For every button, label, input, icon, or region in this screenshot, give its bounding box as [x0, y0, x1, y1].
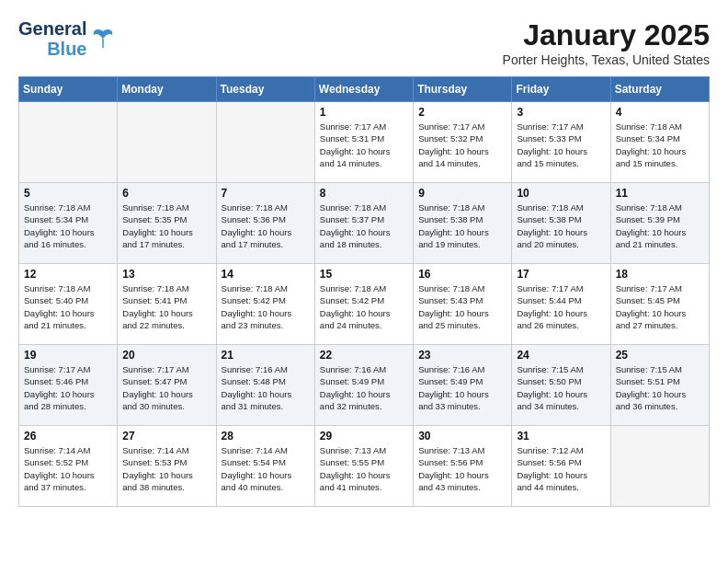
calendar-day-cell: 18Sunrise: 7:17 AM Sunset: 5:45 PM Dayli…: [610, 264, 709, 345]
day-number: 1: [320, 106, 408, 119]
weekday-header-sunday: Sunday: [19, 77, 118, 102]
day-info: Sunrise: 7:18 AM Sunset: 5:41 PM Dayligh…: [122, 282, 210, 331]
calendar-day-cell: 22Sunrise: 7:16 AM Sunset: 5:49 PM Dayli…: [314, 345, 413, 426]
day-number: 8: [320, 187, 408, 200]
calendar-day-cell: 21Sunrise: 7:16 AM Sunset: 5:48 PM Dayli…: [216, 345, 314, 426]
calendar-day-cell: 9Sunrise: 7:18 AM Sunset: 5:38 PM Daylig…: [414, 183, 512, 264]
day-number: 17: [517, 268, 605, 281]
day-number: 30: [418, 430, 506, 442]
calendar-day-cell: 31Sunrise: 7:12 AM Sunset: 5:56 PM Dayli…: [512, 426, 610, 507]
calendar-day-cell: 27Sunrise: 7:14 AM Sunset: 5:53 PM Dayli…: [118, 426, 216, 507]
day-number: 14: [222, 268, 310, 281]
logo: General Blue: [18, 18, 116, 59]
day-number: 26: [24, 430, 112, 442]
calendar-table: SundayMondayTuesdayWednesdayThursdayFrid…: [18, 76, 710, 507]
day-info: Sunrise: 7:18 AM Sunset: 5:34 PM Dayligh…: [24, 201, 112, 250]
day-info: Sunrise: 7:18 AM Sunset: 5:38 PM Dayligh…: [517, 201, 605, 250]
day-number: 31: [517, 430, 605, 442]
day-info: Sunrise: 7:18 AM Sunset: 5:35 PM Dayligh…: [122, 201, 210, 250]
calendar-day-cell: 30Sunrise: 7:13 AM Sunset: 5:56 PM Dayli…: [414, 426, 512, 507]
title-block: January 2025 Porter Heights, Texas, Unit…: [503, 18, 710, 67]
weekday-header-saturday: Saturday: [610, 77, 709, 102]
day-info: Sunrise: 7:18 AM Sunset: 5:40 PM Dayligh…: [24, 282, 112, 331]
day-info: Sunrise: 7:17 AM Sunset: 5:44 PM Dayligh…: [517, 282, 605, 331]
logo-bird-icon: [90, 26, 116, 52]
day-number: 15: [320, 268, 408, 281]
day-info: Sunrise: 7:18 AM Sunset: 5:42 PM Dayligh…: [222, 282, 310, 331]
day-info: Sunrise: 7:17 AM Sunset: 5:46 PM Dayligh…: [24, 363, 112, 412]
calendar-day-cell: 24Sunrise: 7:15 AM Sunset: 5:50 PM Dayli…: [512, 345, 610, 426]
calendar-day-cell: 3Sunrise: 7:17 AM Sunset: 5:33 PM Daylig…: [512, 102, 610, 183]
calendar-week-row: 12Sunrise: 7:18 AM Sunset: 5:40 PM Dayli…: [19, 264, 710, 345]
day-info: Sunrise: 7:14 AM Sunset: 5:53 PM Dayligh…: [122, 444, 210, 493]
calendar-day-cell: 7Sunrise: 7:18 AM Sunset: 5:36 PM Daylig…: [216, 183, 314, 264]
calendar-day-cell: 2Sunrise: 7:17 AM Sunset: 5:32 PM Daylig…: [414, 102, 512, 183]
weekday-header-row: SundayMondayTuesdayWednesdayThursdayFrid…: [19, 77, 710, 102]
calendar-day-cell: [216, 102, 314, 183]
calendar-day-cell: 26Sunrise: 7:14 AM Sunset: 5:52 PM Dayli…: [19, 426, 118, 507]
calendar-day-cell: 28Sunrise: 7:14 AM Sunset: 5:54 PM Dayli…: [216, 426, 314, 507]
weekday-header-friday: Friday: [512, 77, 610, 102]
day-info: Sunrise: 7:18 AM Sunset: 5:42 PM Dayligh…: [320, 282, 408, 331]
page-header: General Blue January 2025 Porter Heights…: [18, 18, 710, 67]
day-info: Sunrise: 7:17 AM Sunset: 5:45 PM Dayligh…: [616, 282, 704, 331]
day-number: 24: [517, 349, 605, 362]
day-number: 11: [616, 187, 704, 200]
day-number: 16: [418, 268, 506, 281]
calendar-day-cell: 4Sunrise: 7:18 AM Sunset: 5:34 PM Daylig…: [610, 102, 709, 183]
calendar-day-cell: [19, 102, 118, 183]
day-info: Sunrise: 7:17 AM Sunset: 5:33 PM Dayligh…: [517, 121, 605, 169]
day-number: 22: [320, 349, 408, 362]
day-number: 4: [616, 106, 704, 119]
day-info: Sunrise: 7:15 AM Sunset: 5:51 PM Dayligh…: [616, 363, 704, 412]
day-number: 18: [616, 268, 704, 281]
calendar-day-cell: 16Sunrise: 7:18 AM Sunset: 5:43 PM Dayli…: [414, 264, 512, 345]
day-number: 23: [418, 349, 506, 362]
day-number: 21: [222, 349, 310, 362]
day-info: Sunrise: 7:14 AM Sunset: 5:52 PM Dayligh…: [24, 444, 112, 493]
day-info: Sunrise: 7:18 AM Sunset: 5:38 PM Dayligh…: [418, 201, 506, 250]
day-number: 25: [616, 349, 704, 362]
day-info: Sunrise: 7:17 AM Sunset: 5:31 PM Dayligh…: [320, 121, 408, 169]
day-number: 2: [418, 106, 506, 119]
day-number: 19: [24, 349, 112, 362]
day-info: Sunrise: 7:13 AM Sunset: 5:56 PM Dayligh…: [418, 444, 506, 493]
day-number: 9: [418, 187, 506, 200]
day-info: Sunrise: 7:17 AM Sunset: 5:47 PM Dayligh…: [122, 363, 210, 412]
calendar-day-cell: 20Sunrise: 7:17 AM Sunset: 5:47 PM Dayli…: [118, 345, 216, 426]
day-info: Sunrise: 7:16 AM Sunset: 5:49 PM Dayligh…: [418, 363, 506, 412]
calendar-day-cell: 15Sunrise: 7:18 AM Sunset: 5:42 PM Dayli…: [314, 264, 413, 345]
weekday-header-thursday: Thursday: [414, 77, 512, 102]
calendar-day-cell: 11Sunrise: 7:18 AM Sunset: 5:39 PM Dayli…: [610, 183, 709, 264]
calendar-day-cell: 12Sunrise: 7:18 AM Sunset: 5:40 PM Dayli…: [19, 264, 118, 345]
location-text: Porter Heights, Texas, United States: [503, 52, 710, 67]
day-number: 13: [122, 268, 210, 281]
calendar-day-cell: 23Sunrise: 7:16 AM Sunset: 5:49 PM Dayli…: [414, 345, 512, 426]
weekday-header-tuesday: Tuesday: [216, 77, 314, 102]
day-number: 20: [122, 349, 210, 362]
day-info: Sunrise: 7:17 AM Sunset: 5:32 PM Dayligh…: [418, 121, 506, 169]
calendar-day-cell: 17Sunrise: 7:17 AM Sunset: 5:44 PM Dayli…: [512, 264, 610, 345]
calendar-day-cell: 19Sunrise: 7:17 AM Sunset: 5:46 PM Dayli…: [19, 345, 118, 426]
day-info: Sunrise: 7:18 AM Sunset: 5:34 PM Dayligh…: [616, 121, 704, 169]
day-number: 28: [222, 430, 310, 442]
calendar-week-row: 19Sunrise: 7:17 AM Sunset: 5:46 PM Dayli…: [19, 345, 710, 426]
month-title: January 2025: [503, 18, 710, 52]
day-info: Sunrise: 7:12 AM Sunset: 5:56 PM Dayligh…: [517, 444, 605, 493]
calendar-week-row: 5Sunrise: 7:18 AM Sunset: 5:34 PM Daylig…: [19, 183, 710, 264]
day-number: 12: [24, 268, 112, 281]
calendar-day-cell: 29Sunrise: 7:13 AM Sunset: 5:55 PM Dayli…: [314, 426, 413, 507]
calendar-day-cell: 5Sunrise: 7:18 AM Sunset: 5:34 PM Daylig…: [19, 183, 118, 264]
weekday-header-wednesday: Wednesday: [314, 77, 413, 102]
day-number: 10: [517, 187, 605, 200]
day-info: Sunrise: 7:15 AM Sunset: 5:50 PM Dayligh…: [517, 363, 605, 412]
day-info: Sunrise: 7:18 AM Sunset: 5:36 PM Dayligh…: [222, 201, 310, 250]
logo-blue: Blue: [47, 39, 86, 59]
calendar-week-row: 1Sunrise: 7:17 AM Sunset: 5:31 PM Daylig…: [19, 102, 710, 183]
calendar-week-row: 26Sunrise: 7:14 AM Sunset: 5:52 PM Dayli…: [19, 426, 710, 507]
calendar-day-cell: 1Sunrise: 7:17 AM Sunset: 5:31 PM Daylig…: [314, 102, 413, 183]
day-number: 27: [122, 430, 210, 442]
logo-general: General: [18, 18, 86, 39]
day-info: Sunrise: 7:16 AM Sunset: 5:49 PM Dayligh…: [320, 363, 408, 412]
day-info: Sunrise: 7:16 AM Sunset: 5:48 PM Dayligh…: [222, 363, 310, 412]
